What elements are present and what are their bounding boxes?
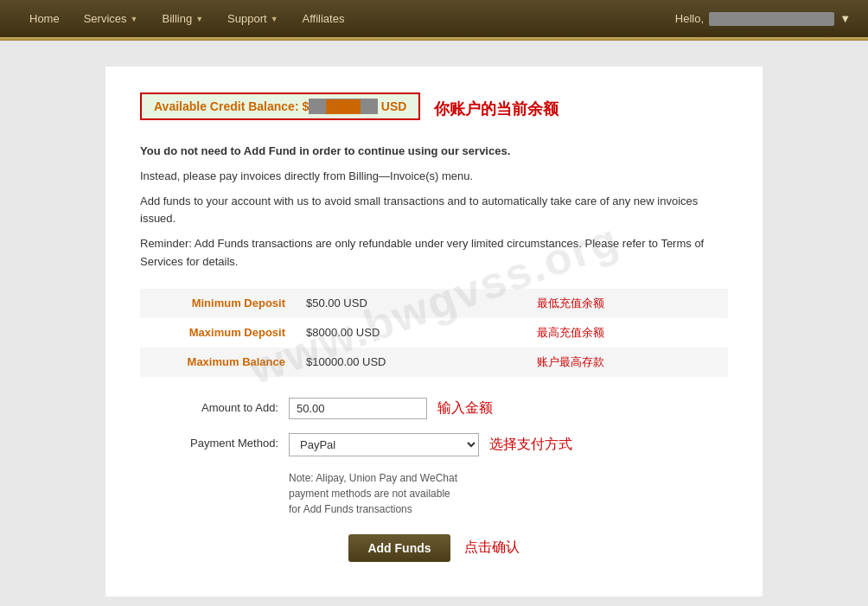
amount-row: Amount to Add: 输入金额 [140,398,728,419]
amount-control-wrap: 输入金额 [289,398,493,419]
nav-affiliates[interactable]: Affiliates [290,0,357,37]
button-chinese: 点击确认 [464,539,520,557]
amount-chinese: 输入金额 [437,399,493,418]
add-funds-button[interactable]: Add Funds [348,534,450,562]
payment-select[interactable]: PayPal Credit Card Bitcoin [289,433,479,456]
billing-dropdown-arrow: ▼ [195,15,203,23]
nav-right: Hello, ██████████ ▼ [675,12,851,26]
description-section: You do not need to Add Fund in order to … [140,143,728,271]
deposit-row-value: $10000.00 USD [296,348,527,377]
deposit-row-value: $50.00 USD [296,289,527,318]
desc-line1: You do not need to Add Fund in order to … [140,143,728,161]
balance-chinese-label: 你账户的当前余额 [434,99,558,119]
payment-note: Note: Alipay, Union Pay and WeChat payme… [289,470,462,517]
note-spacer [140,470,278,474]
support-dropdown-arrow: ▼ [271,15,278,23]
credit-balance-label: Available Credit Balance: $████ USD [154,99,406,114]
deposit-row-chinese: 最高充值余额 [527,318,728,348]
payment-row: Payment Method: PayPal Credit Card Bitco… [140,433,728,456]
credit-balance-box: Available Credit Balance: $████ USD [140,92,420,120]
desc-line3: Add funds to your account with us to avo… [140,193,728,229]
amount-input[interactable] [289,398,427,419]
button-row: Add Funds 点击确认 [140,534,728,562]
deposit-table: Minimum Deposit $50.00 USD 最低充值余额 Maximu… [140,289,728,377]
deposit-row: Minimum Deposit $50.00 USD 最低充值余额 [140,289,728,318]
nav-left: Home Services ▼ Billing ▼ Support ▼ Affi… [17,0,356,37]
nav-services[interactable]: Services ▼ [72,0,150,37]
nav-billing[interactable]: Billing ▼ [150,0,215,37]
deposit-row-label: Maximum Deposit [140,318,296,348]
hello-label: Hello, [675,12,704,25]
deposit-row-chinese: 最低充值余额 [527,289,728,318]
payment-chinese: 选择支付方式 [489,436,572,454]
nav-support[interactable]: Support ▼ [215,0,290,37]
credit-amount: ████ [309,99,378,114]
nav-divider [0,37,868,41]
deposit-row-value: $8000.00 USD [296,318,527,348]
services-dropdown-arrow: ▼ [131,15,138,23]
deposit-row-chinese: 账户最高存款 [527,348,728,377]
deposit-row-label: Minimum Deposit [140,289,296,318]
form-section: Amount to Add: 输入金额 Payment Method: PayP… [140,398,728,517]
main-content: Available Credit Balance: $████ USD 你账户的… [105,67,763,596]
note-row: Note: Alipay, Union Pay and WeChat payme… [140,470,728,517]
navbar: Home Services ▼ Billing ▼ Support ▼ Affi… [0,0,868,37]
deposit-row: Maximum Balance $10000.00 USD 账户最高存款 [140,348,728,377]
payment-control-wrap: PayPal Credit Card Bitcoin 选择支付方式 [289,433,572,456]
deposit-row-label: Maximum Balance [140,348,296,377]
amount-label: Amount to Add: [140,398,278,414]
user-dropdown-arrow: ▼ [839,12,851,25]
payment-label: Payment Method: [140,433,278,450]
deposit-row: Maximum Deposit $8000.00 USD 最高充值余额 [140,318,728,348]
desc-line2: Instead, please pay invoices directly fr… [140,168,728,186]
balance-row: Available Credit Balance: $████ USD 你账户的… [140,92,728,125]
nav-home[interactable]: Home [17,0,72,37]
desc-line4: Reminder: Add Funds transactions are onl… [140,235,728,271]
username-display: ██████████ [709,12,834,26]
